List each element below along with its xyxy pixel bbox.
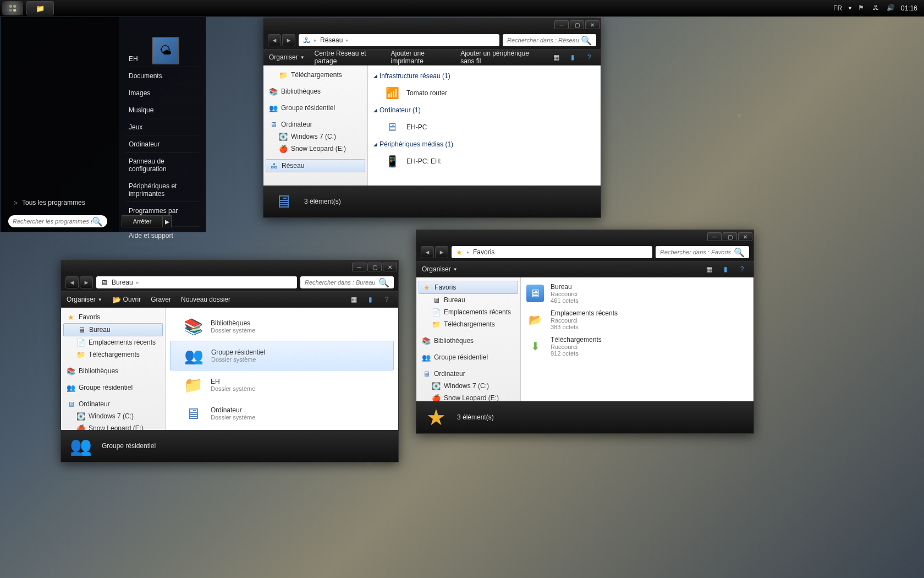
preview-pane-button[interactable]: ▮ <box>566 52 579 63</box>
sm-item-controlpanel[interactable]: Panneau de configuration <box>125 154 199 177</box>
view-options-button[interactable]: ▦ <box>550 52 562 63</box>
minimize-button[interactable]: ─ <box>554 20 569 29</box>
category-infrastructure[interactable]: ◢Infrastructure réseau (1) <box>372 70 596 82</box>
nav-homegroup[interactable]: 👥Groupe résidentiel <box>266 102 365 114</box>
taskbar-explorer-button[interactable]: 📁 <box>26 1 54 15</box>
nav-drive-c[interactable]: 💽Windows 7 (C:) <box>419 380 518 392</box>
search-input[interactable] <box>507 37 581 43</box>
item-downloads-shortcut[interactable]: ⬇ TéléchargementsRaccourci912 octets <box>526 336 748 357</box>
organize-menu[interactable]: Organiser ▼ <box>269 53 305 61</box>
close-button[interactable]: ✕ <box>585 20 600 29</box>
nav-drive-c[interactable]: 💽Windows 7 (C:) <box>266 130 365 143</box>
close-button[interactable]: ✕ <box>738 232 752 241</box>
nav-drive-e[interactable]: 🍎Snow Leopard (E:) <box>266 143 365 155</box>
nav-favorites[interactable]: ★Favoris <box>419 281 518 294</box>
sm-item-devices[interactable]: Périphériques et imprimantes <box>125 178 199 202</box>
item-router[interactable]: 📶Tomato router <box>372 82 596 104</box>
sm-item-computer[interactable]: Ordinateur <box>125 137 199 152</box>
sm-item-documents[interactable]: Documents <box>125 68 199 84</box>
breadcrumb-network[interactable]: Réseau <box>320 36 343 44</box>
help-button[interactable]: ? <box>583 52 595 63</box>
nav-favorites[interactable]: ★Favoris <box>63 311 163 323</box>
sm-item-games[interactable]: Jeux <box>125 119 199 135</box>
maximize-button[interactable]: ▢ <box>723 232 737 241</box>
network-center-button[interactable]: Centre Réseau et partage <box>315 50 381 65</box>
nav-drive-e[interactable]: 🍎Snow Leopard (E:) <box>63 422 163 430</box>
titlebar[interactable]: ─ ▢ ✕ <box>61 260 398 274</box>
nav-bureau[interactable]: 🖥Bureau <box>419 294 518 306</box>
add-wireless-button[interactable]: Ajouter un périphérique sans fil <box>460 50 540 65</box>
search-input[interactable] <box>660 249 734 255</box>
minimize-button[interactable]: ─ <box>352 263 366 271</box>
back-button[interactable]: ◄ <box>421 246 434 258</box>
item-bureau-shortcut[interactable]: 🖥 BureauRaccourci461 octets <box>526 283 748 304</box>
clock[interactable]: 01:16 <box>901 4 917 12</box>
titlebar[interactable]: ─ ▢ ✕ <box>263 18 601 31</box>
nav-computer[interactable]: 🖥Ordinateur <box>63 398 163 410</box>
category-media[interactable]: ◢Périphériques médias (1) <box>372 138 596 150</box>
nav-drive-e[interactable]: 🍎Snow Leopard (E:) <box>419 392 518 401</box>
organize-menu[interactable]: Organiser ▼ <box>422 265 458 273</box>
close-button[interactable]: ✕ <box>383 263 397 271</box>
back-button[interactable]: ◄ <box>268 34 281 46</box>
item-computer[interactable]: 🖥OrdinateurDossier système <box>170 399 394 428</box>
minimize-button[interactable]: ─ <box>707 232 722 241</box>
start-search[interactable]: 🔍 <box>8 215 107 227</box>
nav-downloads[interactable]: 📁Téléchargements <box>419 318 518 330</box>
titlebar[interactable]: ─ ▢ ✕ <box>416 230 754 243</box>
item-media[interactable]: 📱EH-PC: EH: <box>372 150 596 172</box>
nav-bureau[interactable]: 🖥Bureau <box>63 323 163 336</box>
address-bar[interactable]: 🖧 ▸ Réseau ▸ <box>299 34 499 46</box>
forward-button[interactable]: ► <box>282 34 295 46</box>
item-network[interactable]: 🖧RéseauDossier système <box>170 428 394 430</box>
nav-downloads[interactable]: 📁Téléchargements <box>266 69 365 81</box>
nav-recent[interactable]: 📄Emplacements récents <box>63 336 163 348</box>
breadcrumb-bureau[interactable]: Bureau <box>112 279 133 286</box>
item-recent-shortcut[interactable]: 📂 Emplacements récentsRaccourci383 octet… <box>526 309 748 330</box>
item-homegroup[interactable]: 👥Groupe résidentielDossier système <box>170 341 394 370</box>
burn-button[interactable]: Graver <box>151 296 171 303</box>
add-printer-button[interactable]: Ajouter une imprimante <box>391 50 451 65</box>
nav-drive-c[interactable]: 💽Windows 7 (C:) <box>63 410 163 422</box>
start-button[interactable] <box>2 1 23 15</box>
sm-item-images[interactable]: Images <box>125 85 199 101</box>
breadcrumb-favoris[interactable]: Favoris <box>473 248 494 256</box>
shutdown-button[interactable]: Arrêter <box>122 215 163 227</box>
preview-pane-button[interactable]: ▮ <box>364 294 376 305</box>
maximize-button[interactable]: ▢ <box>570 20 584 29</box>
item-libraries[interactable]: 📚BibliothèquesDossier système <box>170 312 394 341</box>
nav-libraries[interactable]: 📚Bibliothèques <box>63 365 163 377</box>
forward-button[interactable]: ► <box>80 276 93 288</box>
item-ehpc[interactable]: 🖥EH-PC <box>372 116 596 138</box>
all-programs[interactable]: ▷ Tous les programmes <box>7 194 117 211</box>
volume-icon[interactable]: 🔊 <box>887 4 895 13</box>
nav-computer[interactable]: 🖥Ordinateur <box>266 118 365 130</box>
address-bar[interactable]: 🖥 Bureau ▸ <box>96 276 297 288</box>
forward-button[interactable]: ► <box>435 246 448 258</box>
help-button[interactable]: ? <box>736 264 748 275</box>
nav-recent[interactable]: 📄Emplacements récents <box>419 306 518 318</box>
organize-menu[interactable]: Organiser ▼ <box>67 296 102 303</box>
nav-libraries[interactable]: 📚Bibliothèques <box>419 335 518 347</box>
category-computer[interactable]: ◢Ordinateur (1) <box>372 104 596 116</box>
open-button[interactable]: 📂Ouvrir <box>112 295 141 304</box>
nav-downloads[interactable]: 📁Téléchargements <box>63 348 163 361</box>
network-tray-icon[interactable]: 🖧 <box>872 4 881 13</box>
nav-computer[interactable]: 🖥Ordinateur <box>419 368 518 380</box>
search-box[interactable]: 🔍 <box>503 34 596 46</box>
tray-chevron-icon[interactable]: ▼ <box>848 6 853 11</box>
nav-network[interactable]: 🖧Réseau <box>266 159 365 172</box>
back-button[interactable]: ◄ <box>65 276 79 288</box>
start-search-input[interactable] <box>13 218 92 225</box>
shutdown-menu-arrow[interactable]: ▸ <box>163 215 172 227</box>
user-avatar[interactable]: 🌤 <box>152 37 179 64</box>
search-box[interactable]: 🔍 <box>656 246 749 258</box>
nav-homegroup[interactable]: 👥Groupe résidentiel <box>419 351 518 363</box>
view-options-button[interactable]: ▦ <box>348 294 360 305</box>
nav-libraries[interactable]: 📚Bibliothèques <box>266 85 365 97</box>
help-button[interactable]: ? <box>381 294 393 305</box>
flag-icon[interactable]: ⚑ <box>858 4 867 13</box>
sm-item-help[interactable]: Aide et support <box>125 228 199 244</box>
search-input[interactable] <box>305 279 378 286</box>
sm-item-music[interactable]: Musique <box>125 102 199 118</box>
